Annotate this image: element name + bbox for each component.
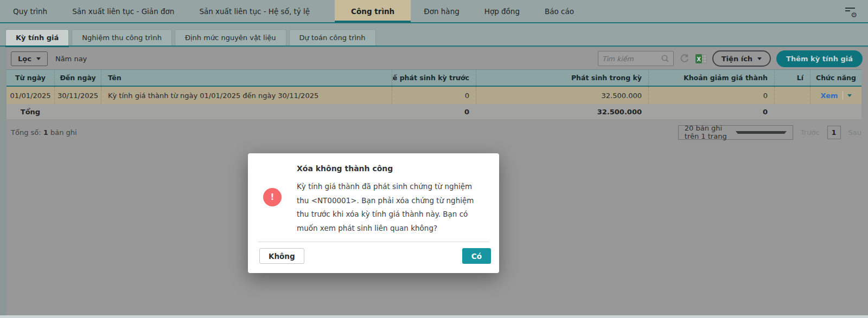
yes-button[interactable]: Có [462,248,491,264]
utilities-button[interactable]: Tiện ích [712,50,771,67]
column-header-den-ngay[interactable]: Đến ngày [54,70,101,86]
total-empty [810,104,861,119]
subtab-nghiem-thu[interactable]: Nghiệm thu công trình [72,29,172,46]
tab-san-xuat-he-so[interactable]: Sản xuất liên tục - Hệ số, tỷ lệ [199,0,310,22]
page-size-select[interactable]: 20 bản ghi trên 1 trang [678,125,793,140]
column-header-khoan-giam[interactable]: Khoản giảm giá thành [648,70,774,86]
delete-failed-dialog: Xóa không thành công ! Kỳ tính giá thành… [248,153,499,273]
view-settings-icon[interactable]: ⚙ [844,5,857,17]
cell-name: Kỳ tính giá thành từ ngày 01/01/2025 đến… [101,87,392,104]
total-in-period: 32.500.000 [476,104,648,119]
refresh-icon[interactable] [679,53,690,64]
sub-tab-strip: Kỳ tính giá Nghiệm thu công trình Định m… [0,23,868,47]
no-button[interactable]: Không [259,248,304,264]
cell-extra [774,87,810,104]
utilities-button-label: Tiện ích [722,55,752,63]
search-icon [661,54,669,63]
total-empty [774,104,810,119]
excel-export-icon[interactable]: X [695,54,707,63]
dialog-title: Xóa không thành công [297,164,484,173]
cell-actions: Xem [810,87,861,104]
total-label: Tổng [7,104,54,119]
toolbar: Lọc Năm nay Tìm kiếm X Tiện ích [7,48,868,69]
page-size-value: 20 bản ghi trên 1 trang [685,124,731,140]
chevron-down-icon [36,57,41,60]
column-header-ten[interactable]: Tên [101,70,392,86]
table-header-row: Từ ngày Đến ngày Tên Lũy kế phát sinh kỳ… [7,69,861,87]
record-count-summary: Tổng số: 1 bản ghi [11,128,77,137]
view-link[interactable]: Xem [820,92,838,100]
exclamation-circle-icon: ! [263,188,282,206]
next-page-button[interactable]: Sau [848,128,861,137]
subtab-dinh-muc[interactable]: Định mức nguyên vật liệu [175,29,286,46]
chevron-down-icon [736,131,787,134]
total-empty [54,104,101,119]
tab-quy-trinh[interactable]: Quy trình [13,0,47,22]
dialog-message: Kỳ tính giá thành đã phát sinh chứng từ … [297,180,484,235]
summary-suffix: bản ghi [50,128,77,137]
column-header-tu-ngay[interactable]: Từ ngày [7,70,54,86]
action-dropdown-icon[interactable] [847,94,852,97]
table-total-row: Tổng 0 32.500.000 0 [7,104,861,119]
table-row[interactable]: 01/01/2025 30/11/2025 Kỳ tính giá thành … [7,87,861,104]
tab-bao-cao[interactable]: Báo cáo [545,0,574,22]
cell-from-date: 01/01/2025 [7,87,54,104]
column-header-luy-ke[interactable]: Lũy kế phát sinh kỳ trước [392,70,476,86]
total-cost-reduction: 0 [648,104,774,119]
tab-cong-trinh[interactable]: Công trình [335,0,411,22]
cell-cost-reduction: 0 [648,87,774,104]
current-page-number[interactable]: 1 [827,126,841,139]
search-input[interactable]: Tìm kiếm [598,51,674,66]
summary-prefix: Tổng số: [11,128,41,137]
subtab-du-toan[interactable]: Dự toán công trình [289,29,376,46]
prev-page-button[interactable]: Trước [801,128,820,137]
total-prev-accum: 0 [392,104,476,119]
chevron-down-icon [757,57,762,60]
search-placeholder: Tìm kiếm [602,55,658,63]
svg-text:X: X [697,56,701,62]
pagination-controls: 20 bản ghi trên 1 trang Trước 1 Sau [678,125,861,140]
filter-button[interactable]: Lọc [11,51,48,66]
cell-in-period: 32.500.000 [476,87,648,104]
cell-to-date: 30/11/2025 [54,87,101,104]
add-pricing-period-button[interactable]: Thêm kỳ tính giá [776,50,863,67]
total-empty [101,104,392,119]
add-pricing-period-label: Thêm kỳ tính giá [786,55,853,63]
action-divider [843,91,843,100]
tab-hop-dong[interactable]: Hợp đồng [484,0,520,22]
column-header-chuc-nang[interactable]: Chức năng [810,70,861,86]
filter-button-label: Lọc [18,55,31,63]
cell-prev-accum: 0 [392,87,476,104]
tab-san-xuat-gian-don[interactable]: Sản xuất liên tục - Giản đơn [72,0,174,22]
bottom-edge-strip [0,315,868,318]
column-header-phat-sinh[interactable]: Phát sinh trong kỳ [476,70,648,86]
summary-count: 1 [43,128,48,137]
subtab-ky-tinh-gia[interactable]: Kỳ tính giá [5,29,69,46]
list-footer: Tổng số: 1 bản ghi 20 bản ghi trên 1 tra… [7,125,868,140]
top-navigation-bar: Quy trình Sản xuất liên tục - Giản đơn S… [0,0,868,23]
tab-don-hang[interactable]: Đơn hàng [424,0,459,22]
column-header-li[interactable]: Lí [774,70,810,86]
filter-value-label: Năm nay [55,55,87,63]
